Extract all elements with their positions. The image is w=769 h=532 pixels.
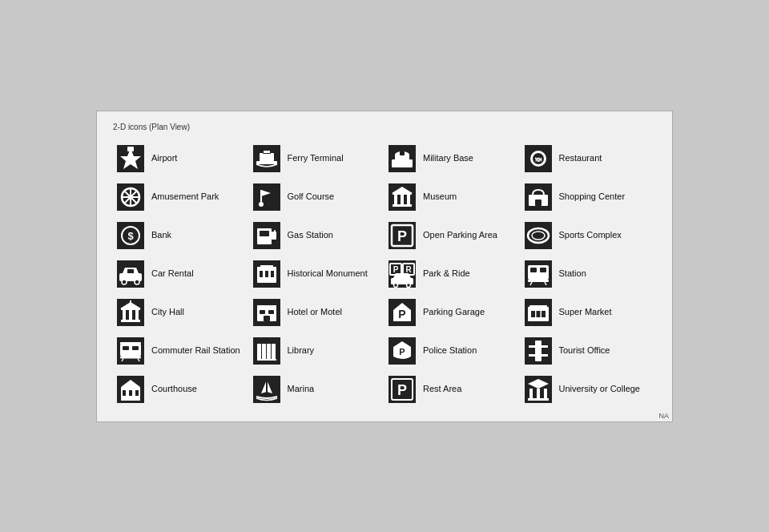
svg-rect-55 xyxy=(127,269,134,273)
svg-point-69 xyxy=(394,283,398,287)
list-item: Courthouse xyxy=(113,370,249,409)
svg-rect-140 xyxy=(528,398,549,401)
museum-icon xyxy=(388,183,417,212)
svg-rect-105 xyxy=(120,357,141,359)
svg-rect-74 xyxy=(540,268,546,272)
svg-rect-102 xyxy=(120,344,141,357)
rest-area-icon: P xyxy=(388,375,417,404)
list-item: P R Park & Ride xyxy=(384,255,521,293)
list-item: P Rest Area xyxy=(384,370,521,409)
station-label: Station xyxy=(559,268,586,279)
list-item: Sports Complex xyxy=(521,216,657,255)
list-item: Museum xyxy=(384,178,521,216)
svg-rect-112 xyxy=(267,344,271,360)
svg-rect-75 xyxy=(528,280,549,282)
list-item: Shopping Center xyxy=(521,178,657,216)
bank-icon: $ xyxy=(116,221,145,250)
svg-rect-83 xyxy=(135,310,139,320)
ferry-terminal-label: Ferry Terminal xyxy=(288,153,344,163)
list-item: Amusement Park xyxy=(113,178,249,216)
svg-rect-12 xyxy=(400,151,405,155)
university-or-college-label: University or College xyxy=(559,384,640,394)
svg-rect-97 xyxy=(531,311,535,317)
hotel-or-motel-label: Hotel or Motel xyxy=(288,307,342,317)
svg-rect-119 xyxy=(529,345,548,348)
police-station-icon: P xyxy=(388,337,417,365)
restaurant-icon: 🍽 xyxy=(524,144,553,173)
svg-text:R: R xyxy=(405,265,412,274)
list-item: Historical Monument xyxy=(249,255,385,293)
list-item: Library xyxy=(249,332,385,370)
svg-rect-81 xyxy=(123,310,126,320)
svg-rect-99 xyxy=(542,311,546,317)
svg-rect-98 xyxy=(536,311,540,317)
svg-rect-120 xyxy=(529,354,548,357)
list-item: $ Bank xyxy=(113,216,249,255)
icon-card: 2-D icons (Plan View) Airport xyxy=(96,111,673,422)
svg-rect-7 xyxy=(264,151,270,153)
military-base-label: Military Base xyxy=(423,153,473,163)
parking-garage-icon: P xyxy=(388,298,417,327)
list-item: University or College xyxy=(521,370,657,409)
svg-rect-82 xyxy=(129,310,132,320)
svg-rect-113 xyxy=(272,344,276,360)
city-hall-icon xyxy=(116,298,145,327)
list-item: Tourist Office xyxy=(521,332,657,370)
svg-rect-108 xyxy=(120,342,141,345)
car-rental-label: Car Rental xyxy=(151,268,194,279)
airport-label: Airport xyxy=(151,153,177,163)
svg-text:P: P xyxy=(397,382,407,398)
svg-rect-138 xyxy=(537,389,540,398)
svg-rect-80 xyxy=(121,308,140,310)
shopping-center-label: Shopping Center xyxy=(559,191,626,202)
svg-rect-9 xyxy=(392,159,413,167)
svg-rect-60 xyxy=(271,271,274,277)
military-base-icon xyxy=(388,144,417,173)
svg-rect-33 xyxy=(393,204,412,207)
gas-station-icon xyxy=(252,221,281,250)
historical-monument-label: Historical Monument xyxy=(288,268,368,279)
bank-label: Bank xyxy=(151,230,171,240)
svg-text:P: P xyxy=(393,265,399,274)
golf-course-label: Golf Course xyxy=(288,191,335,202)
svg-rect-103 xyxy=(123,346,129,350)
list-item: City Hall xyxy=(113,293,249,332)
car-rental-icon xyxy=(116,260,145,288)
library-label: Library xyxy=(288,345,315,356)
parking-garage-label: Parking Garage xyxy=(423,307,485,317)
station-icon xyxy=(524,260,553,288)
svg-rect-5 xyxy=(260,153,274,161)
golf-course-icon xyxy=(252,183,281,212)
marina-label: Marina xyxy=(288,384,315,394)
card-title: 2-D icons (Plan View) xyxy=(113,123,656,131)
park-and-ride-icon: P R xyxy=(388,260,417,288)
hotel-or-motel-icon xyxy=(252,298,281,327)
svg-rect-114 xyxy=(257,359,276,361)
svg-rect-2 xyxy=(127,147,134,151)
list-item: Hotel or Motel xyxy=(249,293,385,332)
svg-rect-85 xyxy=(130,300,131,303)
svg-rect-30 xyxy=(394,195,397,204)
list-item: P Parking Garage xyxy=(384,293,521,332)
tourist-office-label: Tourist Office xyxy=(559,345,610,356)
super-market-label: Super Market xyxy=(559,307,612,317)
list-item: Gas Station xyxy=(249,216,385,255)
commuter-rail-station-icon xyxy=(116,337,145,365)
svg-rect-89 xyxy=(268,310,274,314)
courthouse-icon xyxy=(116,375,145,404)
ferry-terminal-icon xyxy=(252,144,281,173)
svg-point-53 xyxy=(122,280,127,284)
svg-rect-4 xyxy=(256,161,277,164)
gas-station-label: Gas Station xyxy=(288,230,333,240)
sports-complex-icon xyxy=(524,221,553,250)
svg-point-54 xyxy=(135,280,139,284)
list-item: Car Rental xyxy=(113,255,249,293)
svg-rect-91 xyxy=(257,305,276,308)
svg-rect-137 xyxy=(529,389,533,398)
rest-area-label: Rest Area xyxy=(423,384,461,394)
list-item: Ferry Terminal xyxy=(249,139,385,178)
open-parking-area-icon: P xyxy=(388,221,417,250)
list-item: Commuter Rail Station xyxy=(113,332,249,370)
list-item: Station xyxy=(521,255,657,293)
restaurant-label: Restaurant xyxy=(559,153,602,163)
